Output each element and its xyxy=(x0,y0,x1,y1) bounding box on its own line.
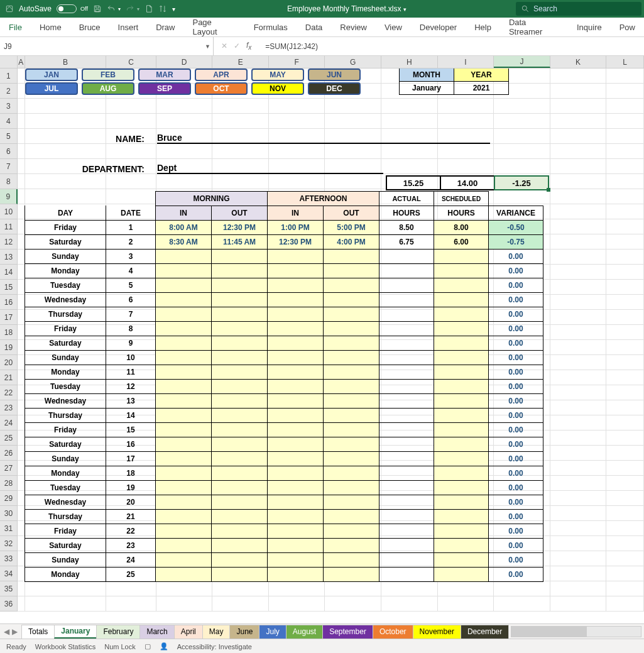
cell-r25-c6[interactable] xyxy=(379,408,434,423)
cell-r15-c5[interactable] xyxy=(323,263,379,278)
cell-r29-c8[interactable]: 0.00 xyxy=(488,466,543,481)
cell-L22[interactable] xyxy=(606,385,644,400)
summary-variance[interactable]: -1.25 xyxy=(494,175,549,190)
cell-r15-c8[interactable]: 0.00 xyxy=(488,263,543,278)
cell-r36-c3[interactable] xyxy=(211,567,268,582)
cell-r20-c7[interactable] xyxy=(434,336,489,351)
cell-r19-c3[interactable] xyxy=(211,321,268,336)
cell-L17[interactable] xyxy=(606,310,644,325)
new-file-icon[interactable] xyxy=(142,4,156,13)
cell-L23[interactable] xyxy=(606,400,644,415)
cell-r34-c1[interactable]: 23 xyxy=(106,538,156,553)
cancel-formula-icon[interactable]: ✕ xyxy=(221,41,227,50)
cell-r21-c3[interactable] xyxy=(211,350,268,365)
month-btn-may[interactable]: MAY xyxy=(251,69,304,81)
cell-r20-c4[interactable] xyxy=(267,336,324,351)
cell-L8[interactable] xyxy=(606,174,644,189)
row-header-20[interactable]: 20 xyxy=(0,355,18,370)
cell-r14-c2[interactable] xyxy=(155,249,212,264)
cell-r26-c7[interactable] xyxy=(434,422,489,437)
cell-r25-c5[interactable] xyxy=(323,408,379,423)
cell-B35[interactable] xyxy=(25,581,106,596)
col-header-I[interactable]: I xyxy=(438,56,494,68)
cell-r27-c6[interactable] xyxy=(379,437,434,452)
cell-r22-c1[interactable]: 11 xyxy=(106,365,156,380)
cell-r23-c5[interactable] xyxy=(323,379,379,394)
cell-r21-c6[interactable] xyxy=(379,350,434,365)
cell-r28-c7[interactable] xyxy=(434,451,489,466)
cell-r31-c3[interactable] xyxy=(211,495,268,510)
row-header-16[interactable]: 16 xyxy=(0,295,18,310)
cell-D35[interactable] xyxy=(156,581,213,596)
cell-F35[interactable] xyxy=(269,581,325,596)
cell-K15[interactable] xyxy=(550,280,607,295)
cell-L31[interactable] xyxy=(606,521,644,536)
cell-r27-c8[interactable]: 0.00 xyxy=(488,437,543,452)
ribbon-tab-formulas[interactable]: Formulas xyxy=(245,18,297,36)
cell-r32-c6[interactable] xyxy=(379,509,434,524)
sheet-tab-june[interactable]: June xyxy=(229,625,259,639)
cell-r25-c1[interactable]: 14 xyxy=(106,408,156,423)
cell-r12-c7[interactable]: 8.00 xyxy=(434,220,489,235)
cell-K2[interactable] xyxy=(550,84,607,99)
cell-r21-c8[interactable]: 0.00 xyxy=(488,350,543,365)
cell-r29-c6[interactable] xyxy=(379,466,434,481)
name-value[interactable]: Bruce xyxy=(157,133,490,144)
cell-r35-c2[interactable] xyxy=(155,552,212,568)
cell-L34[interactable] xyxy=(606,566,644,581)
cell-r15-c7[interactable] xyxy=(434,263,489,278)
col-header-J[interactable]: J xyxy=(494,56,550,68)
cell-r13-c8[interactable]: -0.75 xyxy=(488,234,543,250)
cell-K30[interactable] xyxy=(550,506,607,521)
cell-r26-c8[interactable]: 0.00 xyxy=(488,422,543,437)
cell-r19-c1[interactable]: 8 xyxy=(106,321,156,336)
cell-r30-c6[interactable] xyxy=(379,480,434,495)
sort-icon[interactable] xyxy=(156,4,170,13)
cell-r16-c6[interactable] xyxy=(379,278,434,293)
ribbon-tab-pow[interactable]: Pow xyxy=(611,18,644,36)
cell-r18-c6[interactable] xyxy=(379,307,434,322)
cell-J7[interactable] xyxy=(494,159,550,174)
cell-r33-c7[interactable] xyxy=(434,524,489,539)
cell-r12-c3[interactable]: 12:30 PM xyxy=(211,220,268,235)
cell-r30-c3[interactable] xyxy=(211,480,268,495)
ribbon-tab-home[interactable]: Home xyxy=(31,18,70,36)
cell-r28-c5[interactable] xyxy=(323,451,379,466)
row-header-22[interactable]: 22 xyxy=(0,385,18,400)
cell-r14-c3[interactable] xyxy=(211,249,268,264)
cell-r16-c2[interactable] xyxy=(155,278,212,293)
cell-r17-c7[interactable] xyxy=(434,292,489,307)
cell-r35-c3[interactable] xyxy=(211,552,268,568)
cell-r21-c2[interactable] xyxy=(155,350,212,365)
sheet-tab-july[interactable]: July xyxy=(259,625,286,639)
cell-K19[interactable] xyxy=(550,340,607,355)
cell-A7[interactable] xyxy=(18,159,25,174)
col-header-G[interactable]: G xyxy=(325,56,381,68)
cell-r19-c2[interactable] xyxy=(155,321,212,336)
cell-r30-c8[interactable]: 0.00 xyxy=(488,480,543,495)
row-header-14[interactable]: 14 xyxy=(0,265,18,280)
select-all-corner[interactable] xyxy=(0,56,18,68)
col-header-E[interactable]: E xyxy=(212,56,269,68)
cell-r25-c0[interactable]: Thursday xyxy=(25,408,106,423)
sheet-tab-august[interactable]: August xyxy=(286,625,323,639)
cell-K6[interactable] xyxy=(550,144,607,159)
cell-L5[interactable] xyxy=(606,129,644,144)
cell-r12-c6[interactable]: 8.50 xyxy=(379,220,434,235)
cell-r35-c4[interactable] xyxy=(267,552,324,568)
cell-r13-c3[interactable]: 11:45 AM xyxy=(211,234,268,250)
col-header-A[interactable]: A xyxy=(18,56,25,68)
cell-r14-c4[interactable] xyxy=(267,249,324,264)
cell-r24-c5[interactable] xyxy=(323,393,379,409)
cell-r24-c1[interactable]: 13 xyxy=(106,393,156,409)
row-header-31[interactable]: 31 xyxy=(0,521,18,536)
cell-r34-c4[interactable] xyxy=(267,538,324,553)
cell-K3[interactable] xyxy=(550,99,607,114)
row-header-9[interactable]: 9 xyxy=(0,189,18,204)
cell-L12[interactable] xyxy=(606,234,644,250)
cell-r27-c3[interactable] xyxy=(211,437,268,452)
cell-I35[interactable] xyxy=(438,581,494,596)
cell-r35-c1[interactable]: 24 xyxy=(106,552,156,568)
cell-r28-c2[interactable] xyxy=(155,451,212,466)
cell-r27-c0[interactable]: Saturday xyxy=(25,437,106,452)
